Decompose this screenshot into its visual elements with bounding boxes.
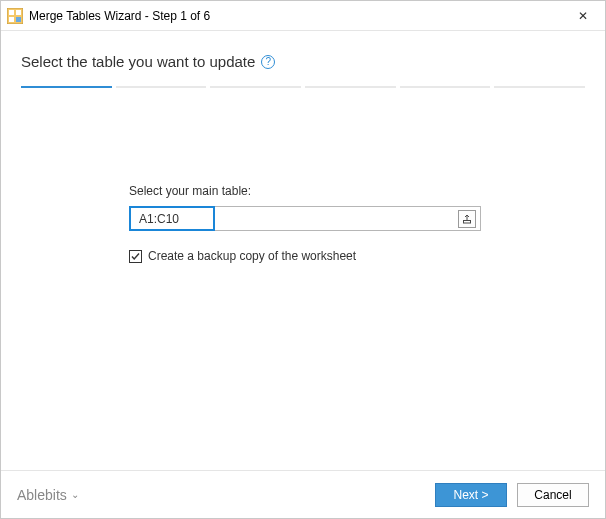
backup-label: Create a backup copy of the worksheet [148, 249, 356, 263]
brand-menu[interactable]: Ablebits ⌄ [17, 487, 79, 503]
range-row [129, 206, 481, 231]
cancel-button[interactable]: Cancel [517, 483, 589, 507]
check-icon [130, 251, 141, 262]
svg-rect-1 [9, 10, 14, 15]
heading-text: Select the table you want to update [21, 53, 255, 70]
content-area: Select the table you want to update ? Se… [1, 31, 605, 470]
step-heading: Select the table you want to update ? [21, 53, 585, 70]
window-title: Merge Tables Wizard - Step 1 of 6 [29, 9, 561, 23]
svg-rect-5 [464, 220, 471, 223]
range-picker-button[interactable] [458, 210, 476, 228]
brand-label: Ablebits [17, 487, 67, 503]
next-button[interactable]: Next > [435, 483, 507, 507]
close-button[interactable]: ✕ [561, 1, 605, 31]
main-table-label: Select your main table: [129, 184, 585, 198]
svg-rect-2 [16, 10, 21, 15]
wizard-window: Merge Tables Wizard - Step 1 of 6 ✕ Sele… [0, 0, 606, 519]
backup-checkbox[interactable] [129, 250, 142, 263]
help-icon[interactable]: ? [261, 55, 275, 69]
backup-checkbox-row[interactable]: Create a backup copy of the worksheet [129, 249, 585, 263]
close-icon: ✕ [578, 9, 588, 23]
footer: Ablebits ⌄ Next > Cancel [1, 470, 605, 518]
chevron-down-icon: ⌄ [71, 489, 79, 500]
svg-rect-3 [9, 17, 14, 22]
range-input[interactable] [129, 206, 215, 231]
app-icon [7, 8, 23, 24]
range-picker-icon [462, 214, 472, 224]
form-area: Select your main table: [21, 88, 585, 470]
titlebar: Merge Tables Wizard - Step 1 of 6 ✕ [1, 1, 605, 31]
range-display [215, 206, 481, 231]
svg-rect-4 [16, 17, 21, 22]
